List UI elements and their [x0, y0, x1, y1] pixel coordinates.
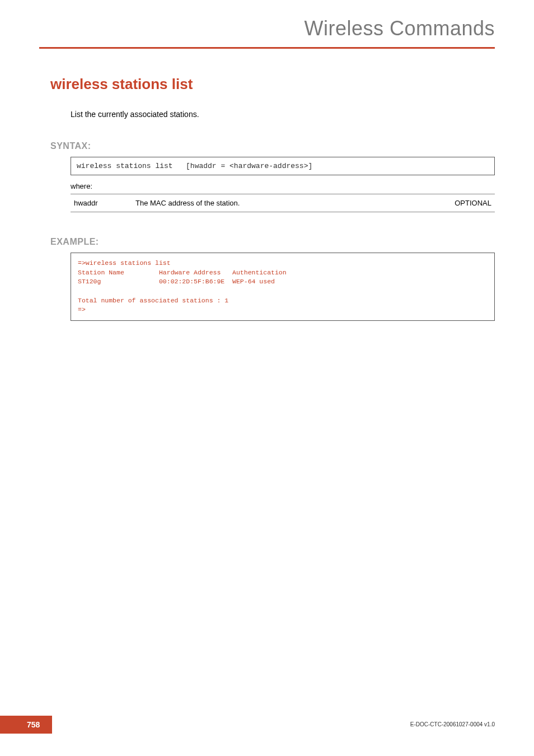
table-row: hwaddr The MAC address of the station. O…	[71, 194, 495, 212]
param-name: hwaddr	[71, 194, 132, 212]
syntax-box: wireless stations list [hwaddr = <hardwa…	[71, 157, 495, 175]
example-box: =>wireless stations list Station Name Ha…	[71, 253, 495, 321]
command-title: wireless stations list	[50, 76, 495, 93]
page-number-badge: 758	[0, 716, 52, 734]
where-label: where:	[71, 182, 495, 190]
command-description: List the currently associated stations.	[71, 110, 495, 119]
syntax-label: SYNTAX:	[50, 141, 495, 151]
param-table: hwaddr The MAC address of the station. O…	[71, 194, 495, 212]
header-rule	[39, 47, 495, 49]
doc-id: E-DOC-CTC-20061027-0004 v1.0	[410, 716, 495, 727]
example-label: EXAMPLE:	[50, 237, 495, 247]
chapter-title: Wireless Commands	[39, 17, 495, 47]
footer: 758 E-DOC-CTC-20061027-0004 v1.0	[0, 716, 534, 734]
param-desc: The MAC address of the station.	[132, 194, 433, 212]
param-optional: OPTIONAL	[433, 194, 495, 212]
